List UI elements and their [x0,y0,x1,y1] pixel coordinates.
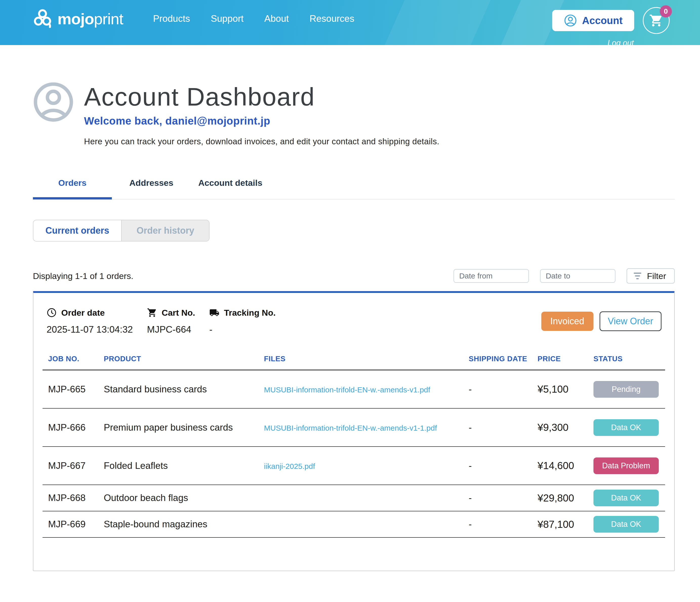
cart-no-group: Cart No. MJPC-664 [147,308,195,335]
welcome-message: Welcome back, daniel@mojoprint.jp [84,115,439,127]
tab-addresses[interactable]: Addresses [112,178,191,199]
orders-summary: Displaying 1-1 of 1 orders. [33,271,133,281]
jobs-table-header: JOB NO. PRODUCT FILES SHIPPING DATE PRIC… [43,355,665,370]
price-cell: ¥87,100 [538,519,594,530]
job-no-cell: MJP-669 [43,519,104,530]
tab-account-details[interactable]: Account details [191,178,270,199]
table-row: MJP-669 Staple-bound magazines - ¥87,100… [43,511,665,538]
file-link[interactable]: MUSUBI-information-trifold-EN-w.-amends-… [264,424,437,432]
product-cell: Folded Leaflets [104,460,264,471]
status-badge: Data OK [594,516,659,533]
brand-logo[interactable]: mojoprint [32,8,123,30]
table-row: MJP-668 Outdoor beach flags - ¥29,800 Da… [43,485,665,511]
clover-logo-icon [32,8,53,30]
price-cell: ¥14,600 [538,460,594,472]
list-controls: Displaying 1-1 of 1 orders. Filter [33,268,675,284]
job-no-cell: MJP-667 [43,460,104,471]
job-no-cell: MJP-668 [43,492,104,503]
col-price: PRICE [538,355,594,363]
order-card: Order date 2025-11-07 13:04:32 Cart No. … [33,291,675,571]
order-history-button[interactable]: Order history [121,220,209,241]
jobs-table: JOB NO. PRODUCT FILES SHIPPING DATE PRIC… [43,355,665,538]
avatar [33,81,74,146]
cart-no-label: Cart No. [162,308,195,318]
product-cell: Premium paper business cards [104,422,264,433]
tracking-no-label: Tracking No. [224,308,276,318]
files-cell: iikanji-2025.pdf [264,460,469,471]
col-product: PRODUCT [104,355,264,363]
account-tabs: Orders Addresses Account details [33,178,675,199]
order-date-label: Order date [61,308,105,318]
truck-icon [209,308,219,318]
current-orders-button[interactable]: Current orders [33,220,121,241]
nav-resources[interactable]: Resources [309,14,354,24]
shipping-date-cell: - [469,422,538,433]
user-icon [564,14,577,27]
nav-support[interactable]: Support [211,14,244,24]
date-from-input[interactable] [453,269,529,283]
clock-icon [47,308,57,318]
shipping-date-cell: - [469,384,538,395]
site-header: mojoprint Products Support About Resourc… [0,0,700,45]
product-cell: Standard business cards [104,384,264,395]
order-date-group: Order date 2025-11-07 13:04:32 [47,308,133,335]
view-order-button[interactable]: View Order [600,311,661,331]
product-cell: Staple-bound magazines [104,519,264,530]
account-button[interactable]: Account [552,10,634,31]
header-decor-streak [375,0,495,45]
order-date-value: 2025-11-07 13:04:32 [47,324,133,335]
main-nav: Products Support About Resources [153,14,354,24]
price-cell: ¥5,100 [538,384,594,395]
table-row: MJP-667 Folded Leaflets iikanji-2025.pdf… [43,447,665,485]
tracking-no-group: Tracking No. - [209,308,276,335]
cart-badge: 0 [660,5,672,18]
files-cell: MUSUBI-information-trifold-EN-w.-amends-… [264,422,469,433]
date-to-input[interactable] [540,269,616,283]
status-badge: Pending [594,381,659,398]
tracking-no-value: - [209,324,276,335]
col-job-no: JOB NO. [43,355,104,363]
price-cell: ¥9,300 [538,422,594,433]
nav-products[interactable]: Products [153,14,190,24]
shipping-date-cell: - [469,492,538,503]
page-head: Account Dashboard Welcome back, daniel@m… [33,81,675,146]
job-no-cell: MJP-666 [43,422,104,433]
status-cell: Data OK [594,489,666,506]
page-title: Account Dashboard [84,83,439,110]
table-row: MJP-666 Premium paper business cards MUS… [43,409,665,447]
col-files: FILES [264,355,469,363]
product-cell: Outdoor beach flags [104,492,264,503]
filter-icon [634,273,641,279]
cart-button[interactable]: 0 [643,7,670,34]
status-badge: Data OK [594,489,659,506]
status-badge: Data OK [594,419,659,436]
order-view-toggle: Current orders Order history [33,220,209,241]
filter-button[interactable]: Filter [627,268,675,284]
job-no-cell: MJP-665 [43,384,104,395]
logout-link[interactable]: Log out [608,39,634,45]
cart-no-icon [147,308,157,318]
invoiced-badge: Invoiced [541,312,594,331]
shipping-date-cell: - [469,460,538,471]
status-cell: Data Problem [594,457,666,474]
col-status: STATUS [594,355,666,363]
avatar-icon [33,81,74,122]
status-cell: Pending [594,381,666,398]
shipping-date-cell: - [469,519,538,530]
file-link[interactable]: iikanji-2025.pdf [264,462,315,471]
tab-orders[interactable]: Orders [33,178,112,199]
table-row: MJP-665 Standard business cards MUSUBI-i… [43,370,665,409]
status-cell: Data OK [594,516,666,533]
brand-logo-text: mojoprint [57,10,123,28]
file-link[interactable]: MUSUBI-information-trifold-EN-w.-amends-… [264,386,430,394]
files-cell: MUSUBI-information-trifold-EN-w.-amends-… [264,384,469,395]
account-button-label: Account [582,15,623,26]
nav-about[interactable]: About [264,14,289,24]
page-subtitle: Here you can track your orders, download… [84,137,439,146]
filter-button-label: Filter [647,271,666,281]
status-cell: Data OK [594,419,666,436]
cart-no-value: MJPC-664 [147,324,195,335]
price-cell: ¥29,800 [538,492,594,504]
col-shipping-date: SHIPPING DATE [469,355,538,363]
status-badge: Data Problem [594,457,659,474]
